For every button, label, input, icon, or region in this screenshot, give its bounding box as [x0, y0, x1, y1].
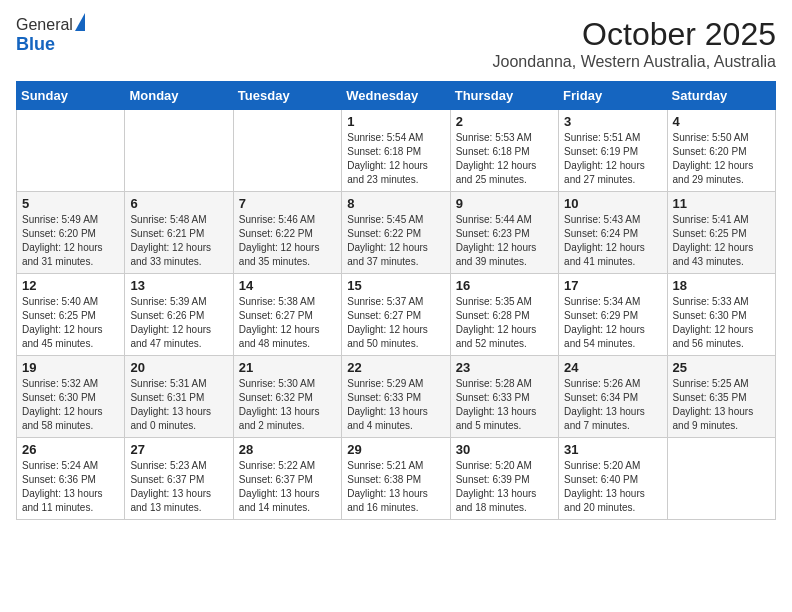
day-info: Sunrise: 5:54 AM Sunset: 6:18 PM Dayligh… — [347, 131, 444, 187]
day-info: Sunrise: 5:50 AM Sunset: 6:20 PM Dayligh… — [673, 131, 770, 187]
day-number: 25 — [673, 360, 770, 375]
day-info: Sunrise: 5:33 AM Sunset: 6:30 PM Dayligh… — [673, 295, 770, 351]
day-info: Sunrise: 5:24 AM Sunset: 6:36 PM Dayligh… — [22, 459, 119, 515]
day-info: Sunrise: 5:43 AM Sunset: 6:24 PM Dayligh… — [564, 213, 661, 269]
day-number: 19 — [22, 360, 119, 375]
day-number: 9 — [456, 196, 553, 211]
title-section: October 2025 Joondanna, Western Australi… — [493, 16, 776, 71]
calendar-cell: 16Sunrise: 5:35 AM Sunset: 6:28 PM Dayli… — [450, 274, 558, 356]
day-number: 5 — [22, 196, 119, 211]
logo: General Blue — [16, 16, 85, 55]
calendar-cell: 14Sunrise: 5:38 AM Sunset: 6:27 PM Dayli… — [233, 274, 341, 356]
header-friday: Friday — [559, 82, 667, 110]
day-info: Sunrise: 5:37 AM Sunset: 6:27 PM Dayligh… — [347, 295, 444, 351]
day-info: Sunrise: 5:53 AM Sunset: 6:18 PM Dayligh… — [456, 131, 553, 187]
calendar-cell: 6Sunrise: 5:48 AM Sunset: 6:21 PM Daylig… — [125, 192, 233, 274]
day-info: Sunrise: 5:22 AM Sunset: 6:37 PM Dayligh… — [239, 459, 336, 515]
calendar-body: 1Sunrise: 5:54 AM Sunset: 6:18 PM Daylig… — [17, 110, 776, 520]
day-info: Sunrise: 5:38 AM Sunset: 6:27 PM Dayligh… — [239, 295, 336, 351]
day-info: Sunrise: 5:20 AM Sunset: 6:39 PM Dayligh… — [456, 459, 553, 515]
day-number: 16 — [456, 278, 553, 293]
day-number: 26 — [22, 442, 119, 457]
day-info: Sunrise: 5:31 AM Sunset: 6:31 PM Dayligh… — [130, 377, 227, 433]
day-info: Sunrise: 5:21 AM Sunset: 6:38 PM Dayligh… — [347, 459, 444, 515]
day-number: 29 — [347, 442, 444, 457]
calendar-cell: 10Sunrise: 5:43 AM Sunset: 6:24 PM Dayli… — [559, 192, 667, 274]
header-saturday: Saturday — [667, 82, 775, 110]
day-number: 23 — [456, 360, 553, 375]
calendar-header: SundayMondayTuesdayWednesdayThursdayFrid… — [17, 82, 776, 110]
day-number: 24 — [564, 360, 661, 375]
day-number: 30 — [456, 442, 553, 457]
calendar-table: SundayMondayTuesdayWednesdayThursdayFrid… — [16, 81, 776, 520]
day-number: 17 — [564, 278, 661, 293]
day-number: 14 — [239, 278, 336, 293]
calendar-cell: 24Sunrise: 5:26 AM Sunset: 6:34 PM Dayli… — [559, 356, 667, 438]
day-info: Sunrise: 5:44 AM Sunset: 6:23 PM Dayligh… — [456, 213, 553, 269]
calendar-subtitle: Joondanna, Western Australia, Australia — [493, 53, 776, 71]
calendar-cell: 5Sunrise: 5:49 AM Sunset: 6:20 PM Daylig… — [17, 192, 125, 274]
header-monday: Monday — [125, 82, 233, 110]
calendar-cell: 29Sunrise: 5:21 AM Sunset: 6:38 PM Dayli… — [342, 438, 450, 520]
calendar-cell: 19Sunrise: 5:32 AM Sunset: 6:30 PM Dayli… — [17, 356, 125, 438]
day-number: 10 — [564, 196, 661, 211]
day-number: 4 — [673, 114, 770, 129]
day-info: Sunrise: 5:30 AM Sunset: 6:32 PM Dayligh… — [239, 377, 336, 433]
header-wednesday: Wednesday — [342, 82, 450, 110]
day-number: 31 — [564, 442, 661, 457]
calendar-cell: 4Sunrise: 5:50 AM Sunset: 6:20 PM Daylig… — [667, 110, 775, 192]
calendar-cell: 9Sunrise: 5:44 AM Sunset: 6:23 PM Daylig… — [450, 192, 558, 274]
day-info: Sunrise: 5:25 AM Sunset: 6:35 PM Dayligh… — [673, 377, 770, 433]
day-number: 3 — [564, 114, 661, 129]
week-row: 26Sunrise: 5:24 AM Sunset: 6:36 PM Dayli… — [17, 438, 776, 520]
calendar-cell: 21Sunrise: 5:30 AM Sunset: 6:32 PM Dayli… — [233, 356, 341, 438]
day-info: Sunrise: 5:39 AM Sunset: 6:26 PM Dayligh… — [130, 295, 227, 351]
day-number: 28 — [239, 442, 336, 457]
day-info: Sunrise: 5:46 AM Sunset: 6:22 PM Dayligh… — [239, 213, 336, 269]
day-info: Sunrise: 5:26 AM Sunset: 6:34 PM Dayligh… — [564, 377, 661, 433]
calendar-cell: 23Sunrise: 5:28 AM Sunset: 6:33 PM Dayli… — [450, 356, 558, 438]
calendar-cell — [125, 110, 233, 192]
page-header: General Blue October 2025 Joondanna, Wes… — [16, 16, 776, 71]
calendar-cell: 31Sunrise: 5:20 AM Sunset: 6:40 PM Dayli… — [559, 438, 667, 520]
day-info: Sunrise: 5:35 AM Sunset: 6:28 PM Dayligh… — [456, 295, 553, 351]
calendar-cell — [233, 110, 341, 192]
header-thursday: Thursday — [450, 82, 558, 110]
calendar-cell: 1Sunrise: 5:54 AM Sunset: 6:18 PM Daylig… — [342, 110, 450, 192]
calendar-cell: 13Sunrise: 5:39 AM Sunset: 6:26 PM Dayli… — [125, 274, 233, 356]
day-info: Sunrise: 5:29 AM Sunset: 6:33 PM Dayligh… — [347, 377, 444, 433]
day-number: 8 — [347, 196, 444, 211]
day-info: Sunrise: 5:45 AM Sunset: 6:22 PM Dayligh… — [347, 213, 444, 269]
day-info: Sunrise: 5:40 AM Sunset: 6:25 PM Dayligh… — [22, 295, 119, 351]
calendar-cell: 26Sunrise: 5:24 AM Sunset: 6:36 PM Dayli… — [17, 438, 125, 520]
day-info: Sunrise: 5:34 AM Sunset: 6:29 PM Dayligh… — [564, 295, 661, 351]
day-number: 13 — [130, 278, 227, 293]
calendar-cell: 12Sunrise: 5:40 AM Sunset: 6:25 PM Dayli… — [17, 274, 125, 356]
day-number: 1 — [347, 114, 444, 129]
day-number: 6 — [130, 196, 227, 211]
day-number: 11 — [673, 196, 770, 211]
logo-triangle-icon — [75, 13, 85, 31]
calendar-cell: 20Sunrise: 5:31 AM Sunset: 6:31 PM Dayli… — [125, 356, 233, 438]
calendar-title: October 2025 — [493, 16, 776, 53]
day-info: Sunrise: 5:48 AM Sunset: 6:21 PM Dayligh… — [130, 213, 227, 269]
day-number: 2 — [456, 114, 553, 129]
day-info: Sunrise: 5:28 AM Sunset: 6:33 PM Dayligh… — [456, 377, 553, 433]
calendar-cell: 18Sunrise: 5:33 AM Sunset: 6:30 PM Dayli… — [667, 274, 775, 356]
day-info: Sunrise: 5:41 AM Sunset: 6:25 PM Dayligh… — [673, 213, 770, 269]
day-number: 12 — [22, 278, 119, 293]
calendar-cell: 11Sunrise: 5:41 AM Sunset: 6:25 PM Dayli… — [667, 192, 775, 274]
day-number: 15 — [347, 278, 444, 293]
calendar-cell: 15Sunrise: 5:37 AM Sunset: 6:27 PM Dayli… — [342, 274, 450, 356]
day-info: Sunrise: 5:51 AM Sunset: 6:19 PM Dayligh… — [564, 131, 661, 187]
week-row: 5Sunrise: 5:49 AM Sunset: 6:20 PM Daylig… — [17, 192, 776, 274]
logo-blue-text: Blue — [16, 34, 85, 55]
calendar-cell: 28Sunrise: 5:22 AM Sunset: 6:37 PM Dayli… — [233, 438, 341, 520]
logo-general-text: General — [16, 16, 73, 34]
day-number: 21 — [239, 360, 336, 375]
header-sunday: Sunday — [17, 82, 125, 110]
header-tuesday: Tuesday — [233, 82, 341, 110]
day-number: 22 — [347, 360, 444, 375]
day-number: 20 — [130, 360, 227, 375]
calendar-cell: 3Sunrise: 5:51 AM Sunset: 6:19 PM Daylig… — [559, 110, 667, 192]
